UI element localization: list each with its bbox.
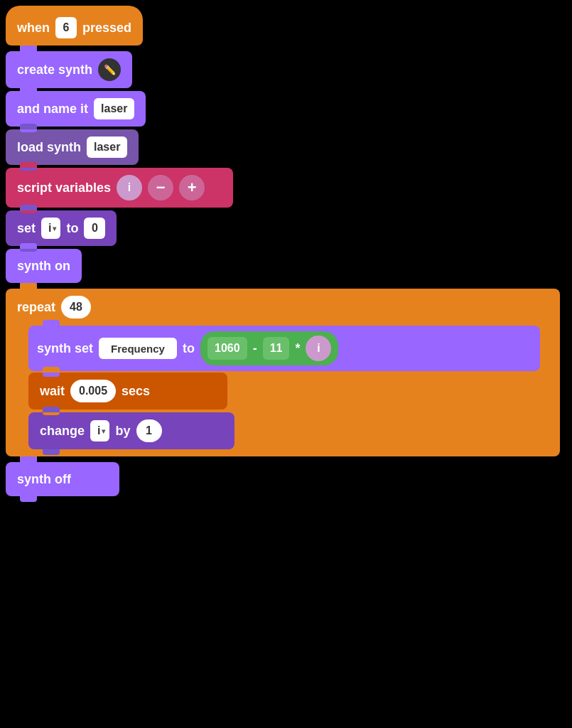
wait-label: wait	[40, 384, 65, 399]
expression-block: 1060 - 11 * i	[200, 331, 338, 365]
by-label: by	[115, 424, 130, 439]
variable-i-badge: i	[117, 175, 142, 200]
set-value-input[interactable]: 0	[84, 218, 105, 239]
change-value-input[interactable]: 1	[136, 419, 162, 442]
change-label: change	[40, 424, 85, 439]
synth-on-block: synth on	[6, 249, 82, 283]
repeat-inner-blocks: synth set Frequency to 1060 - 11 * i wai…	[28, 326, 560, 451]
change-var-dropdown[interactable]: i ▾	[90, 420, 109, 441]
expr-var-i: i	[306, 336, 331, 361]
secs-label: secs	[122, 384, 150, 399]
dropdown-arrow-icon: ▾	[53, 225, 56, 232]
add-variable-button[interactable]: +	[179, 175, 205, 200]
synth-set-block: synth set Frequency to 1060 - 11 * i	[28, 326, 540, 371]
synth-off-label: synth off	[17, 472, 71, 487]
wait-value-input[interactable]: 0.005	[70, 380, 116, 402]
synth-set-label: synth set	[37, 341, 93, 356]
synth-to-label: to	[183, 341, 195, 356]
load-synth-block: load synth laser	[6, 129, 139, 165]
when-label: when	[17, 21, 50, 36]
repeat-label: repeat	[17, 300, 55, 315]
script-variables-label: script variables	[17, 181, 111, 196]
expr-val1[interactable]: 1060	[207, 337, 247, 360]
change-variable-block: change i ▾ by 1	[28, 412, 234, 449]
blocks-workspace: when 6 pressed create synth ✏️ and name …	[6, 6, 560, 498]
expr-op1: -	[253, 341, 257, 356]
load-synth-name-input[interactable]: laser	[87, 136, 127, 158]
expr-op2: *	[295, 341, 300, 356]
repeat-header: repeat 48	[6, 289, 560, 326]
script-variables-block: script variables i − +	[6, 168, 233, 208]
edit-icon[interactable]: ✏️	[98, 58, 121, 81]
repeat-count-input[interactable]: 48	[61, 296, 91, 318]
to-label: to	[66, 221, 78, 236]
create-synth-label: create synth	[17, 63, 92, 77]
synth-name-input[interactable]: laser	[94, 98, 134, 119]
synth-param-input[interactable]: Frequency	[99, 338, 177, 359]
set-var-dropdown[interactable]: i ▾	[41, 218, 60, 239]
and-name-it-block: and name it laser	[6, 91, 146, 127]
set-label: set	[17, 221, 36, 236]
create-synth-block: create synth ✏️	[6, 51, 132, 88]
repeat-block: repeat 48 synth set Frequency to 1060 - …	[6, 289, 560, 456]
synth-off-block: synth off	[6, 462, 119, 496]
synth-on-label: synth on	[17, 259, 70, 274]
change-dropdown-arrow-icon: ▾	[102, 427, 105, 435]
wait-block: wait 0.005 secs	[28, 373, 227, 410]
and-name-it-label: and name it	[17, 102, 88, 117]
pressed-label: pressed	[82, 21, 131, 36]
set-variable-block: set i ▾ to 0	[6, 210, 117, 246]
expr-val2[interactable]: 11	[263, 337, 290, 360]
remove-variable-button[interactable]: −	[148, 175, 173, 200]
key-input[interactable]: 6	[55, 17, 77, 38]
load-synth-label: load synth	[17, 140, 81, 155]
hat-block-when-pressed: when 6 pressed	[6, 6, 143, 46]
